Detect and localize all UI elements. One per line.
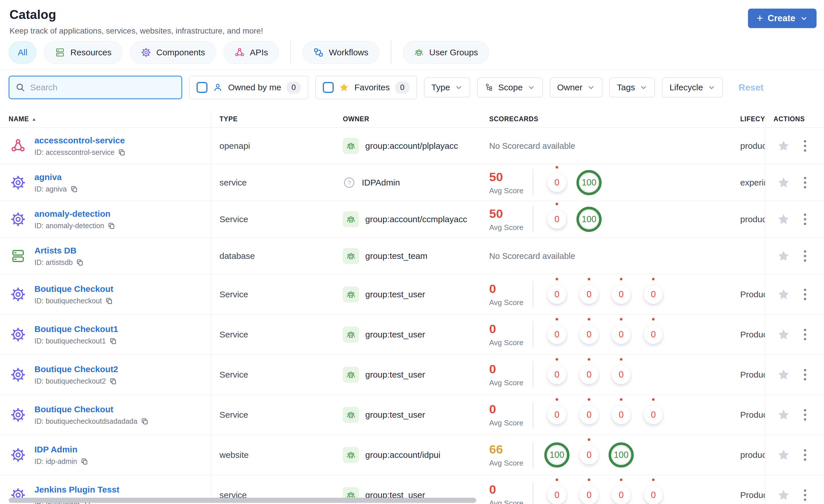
owned-by-me-filter[interactable]: Owned by me 0 <box>189 76 308 99</box>
scorecard-score-circle[interactable]: 0 <box>637 398 670 432</box>
search-input[interactable] <box>30 83 176 92</box>
reset-filters-link[interactable]: Reset <box>738 82 763 93</box>
copy-icon[interactable] <box>109 377 117 385</box>
kebab-menu-button[interactable] <box>802 488 808 503</box>
entity-id: ID: boutiquecheckout1 <box>34 337 118 345</box>
favorite-star-button[interactable] <box>777 249 790 263</box>
scorecard-score-circle[interactable]: 0 <box>573 277 605 311</box>
scorecard-score-circle[interactable]: 100 <box>541 438 573 472</box>
scorecard-score-circle[interactable]: 0 <box>605 398 637 432</box>
copy-icon[interactable] <box>108 222 115 230</box>
scorecard-score-circle[interactable]: 0 <box>541 277 573 311</box>
favorite-star-button[interactable] <box>777 408 790 421</box>
scorecard-score-circle[interactable]: 0 <box>605 358 637 392</box>
column-header-name[interactable]: NAME▲ <box>0 115 211 123</box>
search-box[interactable] <box>9 76 182 99</box>
kebab-menu-button[interactable] <box>802 212 808 227</box>
scorecard-score-circle[interactable]: 0 <box>637 277 670 311</box>
kebab-menu-button[interactable] <box>802 249 808 263</box>
entity-name-link[interactable]: IDP Admin <box>34 445 78 454</box>
entity-name-link[interactable]: Boutique Checkout <box>34 284 113 293</box>
entity-name-link[interactable]: agniva <box>34 172 62 182</box>
favorite-star-button[interactable] <box>777 368 790 381</box>
risk-dot-icon <box>620 358 623 361</box>
copy-icon[interactable] <box>109 337 117 345</box>
gear-icon <box>10 212 26 227</box>
scorecard-score-circle[interactable]: 0 <box>637 478 670 504</box>
lifecycle-dropdown[interactable]: Lifecycle <box>662 78 723 98</box>
copy-icon[interactable] <box>105 297 113 305</box>
entity-name-link[interactable]: Boutique Checkout <box>34 404 113 414</box>
entity-name-link[interactable]: Jenkins Plugin Tesst <box>34 485 119 494</box>
entity-name-link[interactable]: Artists DB <box>34 246 77 255</box>
scorecard-score-circle[interactable]: 0 <box>573 438 605 472</box>
favorites-checkbox[interactable] <box>323 82 334 93</box>
entity-name-link[interactable]: Boutique Checkout2 <box>34 364 118 374</box>
tab-workflows[interactable]: Workflows <box>302 41 379 64</box>
kebab-menu-button[interactable] <box>802 287 808 302</box>
scorecard-score-circle[interactable]: 0 <box>541 398 573 432</box>
tags-dropdown[interactable]: Tags <box>609 78 655 98</box>
tab-workflows-label: Workflows <box>329 47 369 57</box>
entity-name-link[interactable]: Boutique Checkout1 <box>34 324 118 334</box>
entity-id: ID: accesscontrol-service <box>34 148 126 156</box>
chevron-down-icon <box>527 84 535 92</box>
owned-by-me-checkbox[interactable] <box>197 82 207 93</box>
horizontal-scrollbar[interactable] <box>9 498 476 503</box>
kebab-menu-button[interactable] <box>802 327 808 342</box>
scorecard-score-circle[interactable]: 0 <box>573 318 605 352</box>
owner-cell: ? IDPAdmin <box>334 176 481 189</box>
scorecard-score-circle[interactable]: 0 <box>541 478 573 504</box>
scorecards-cell: 0 Avg Score 000 <box>481 358 732 392</box>
risk-dot-icon <box>620 479 623 481</box>
type-dropdown[interactable]: Type <box>424 78 470 98</box>
favorite-star-button[interactable] <box>777 328 790 341</box>
scorecard-score-circle[interactable]: 0 <box>541 318 573 352</box>
tab-apis[interactable]: APIs <box>223 41 279 64</box>
no-scorecard-text: No Scorecard available <box>489 141 575 151</box>
favorite-star-button[interactable] <box>777 288 790 301</box>
risk-dot-icon <box>588 278 591 280</box>
scorecard-score-circle[interactable]: 100 <box>605 438 637 472</box>
scorecard-score-circle[interactable]: 100 <box>573 202 605 237</box>
copy-icon[interactable] <box>141 417 148 425</box>
search-icon <box>15 82 25 93</box>
tab-resources[interactable]: Resources <box>44 41 122 64</box>
scorecard-score-circle[interactable]: 0 <box>573 398 605 432</box>
copy-icon[interactable] <box>81 458 88 465</box>
copy-icon[interactable] <box>118 148 126 156</box>
scorecard-score-circle[interactable]: 0 <box>605 318 637 352</box>
entity-name-link[interactable]: anomaly-detection <box>34 209 110 219</box>
tab-all[interactable]: All <box>9 41 36 64</box>
scorecard-score-circle[interactable]: 0 <box>541 165 573 200</box>
scorecard-score-circle[interactable]: 0 <box>541 202 573 237</box>
favorite-star-button[interactable] <box>777 139 790 152</box>
scorecard-score-circle[interactable]: 0 <box>637 318 670 352</box>
favorites-filter[interactable]: Favorites 0 <box>315 76 417 99</box>
tab-components[interactable]: Components <box>130 41 216 64</box>
owner-dropdown[interactable]: Owner <box>550 78 603 98</box>
create-button[interactable]: + Create <box>748 9 817 28</box>
kebab-menu-button[interactable] <box>802 448 808 463</box>
scorecard-score-circle[interactable]: 0 <box>573 358 605 392</box>
scope-dropdown[interactable]: Scope <box>477 78 543 98</box>
favorite-star-button[interactable] <box>777 449 790 462</box>
tab-user-groups[interactable]: User Groups <box>403 41 489 64</box>
kebab-menu-button[interactable] <box>802 175 808 190</box>
copy-icon[interactable] <box>76 259 84 266</box>
kebab-menu-button[interactable] <box>802 367 808 382</box>
scorecard-score-circle[interactable]: 0 <box>605 478 637 504</box>
kebab-menu-button[interactable] <box>802 138 808 153</box>
scorecard-score-circle[interactable]: 0 <box>605 277 637 311</box>
kebab-menu-button[interactable] <box>802 407 808 422</box>
copy-icon[interactable] <box>70 185 78 193</box>
favorite-star-button[interactable] <box>777 213 790 226</box>
entity-name-link[interactable]: accesscontrol-service <box>34 136 125 145</box>
scorecard-score-circle[interactable]: 0 <box>541 358 573 392</box>
scorecard-score-circle[interactable]: 100 <box>573 165 605 200</box>
favorite-star-button[interactable] <box>777 176 790 189</box>
favorite-star-button[interactable] <box>777 489 790 502</box>
owner-cell: group:test_user <box>334 327 481 343</box>
scorecard-score-circle[interactable]: 0 <box>573 478 605 504</box>
score-divider <box>533 442 533 469</box>
